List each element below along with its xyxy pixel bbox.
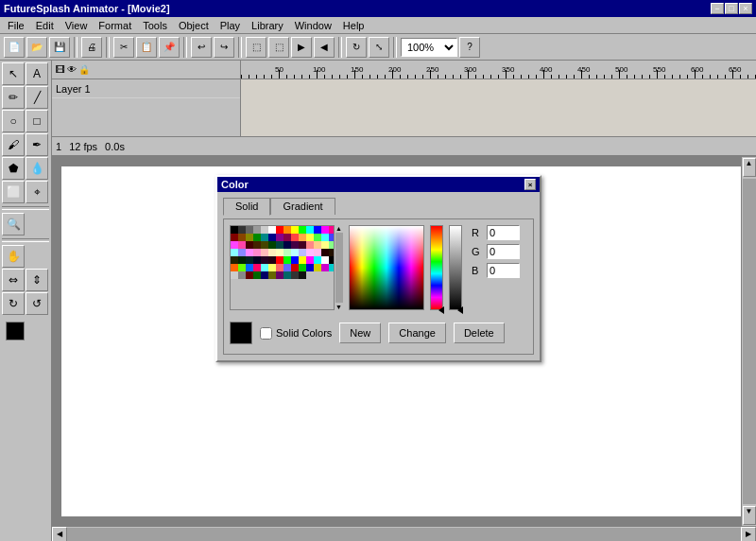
menu-edit[interactable]: Edit (30, 18, 60, 33)
change-button[interactable]: Change (388, 323, 446, 343)
menu-object[interactable]: Object (173, 18, 215, 33)
menu-view[interactable]: View (60, 18, 94, 33)
gray-bar[interactable] (449, 225, 462, 310)
swatch-scroll-down[interactable]: ▼ (335, 304, 342, 310)
rotate-ccw-button[interactable]: ↺ (26, 292, 48, 315)
color-gradient-picker[interactable] (349, 225, 424, 310)
r-input[interactable] (487, 225, 520, 240)
vertical-scrollbar[interactable]: ▲ ▼ (741, 157, 756, 526)
zoom-tool[interactable]: 🔍 (2, 213, 25, 236)
solid-colors-checkbox[interactable] (260, 327, 272, 340)
color-preview (230, 322, 252, 344)
hscroll-track[interactable] (67, 528, 741, 541)
paste-button[interactable]: 📌 (159, 37, 180, 58)
hue-bar[interactable] (430, 225, 443, 310)
tab-solid[interactable]: Solid (223, 198, 270, 216)
b-row: B (472, 263, 520, 278)
toolbar-sep-3 (183, 37, 187, 58)
brush-tool[interactable]: 🖌 (2, 133, 25, 156)
delete-button[interactable]: Delete (454, 323, 505, 343)
toolbar-sep-6 (393, 37, 397, 58)
close-button[interactable]: × (739, 3, 752, 14)
color-dialog[interactable]: Color × Solid Gradient ▲ (215, 175, 541, 362)
swatch-scroll-up[interactable]: ▲ (335, 225, 342, 232)
cut-button[interactable]: ✂ (113, 37, 134, 58)
scroll-up-btn[interactable]: ▲ (743, 158, 756, 177)
menu-tools[interactable]: Tools (137, 18, 173, 33)
rotate-button[interactable]: ↻ (346, 37, 367, 58)
dialog-close-button[interactable]: × (524, 179, 536, 190)
b-input[interactable] (487, 263, 520, 278)
horizontal-scrollbar[interactable]: ◀ ▶ (52, 526, 756, 541)
menu-file[interactable]: File (2, 18, 30, 33)
toolbar-sep-5 (338, 37, 342, 58)
menu-help[interactable]: Help (337, 18, 370, 33)
tool-row-4: 🖌 ✒ (2, 133, 49, 156)
tab-gradient[interactable]: Gradient (270, 198, 335, 215)
g-row: G (472, 244, 520, 259)
open-button[interactable]: 📂 (26, 37, 47, 58)
hand-tool[interactable]: ✋ (2, 245, 25, 268)
arrow-tool[interactable]: ↖ (2, 62, 25, 85)
toolbox: ↖ A ✏ ╱ ○ □ 🖌 ✒ ⬟ 💧 ⬜ ⌖ 🔍 ✋ (0, 61, 52, 541)
maximize-button[interactable]: □ (725, 3, 738, 14)
dialog-bottom: Solid Colors New Change Delete (230, 318, 527, 348)
solid-colors-group: Solid Colors (260, 327, 332, 340)
forward-button[interactable]: ▶ (291, 37, 312, 58)
menu-format[interactable]: Format (93, 18, 137, 33)
pencil-tool[interactable]: ✏ (2, 86, 25, 109)
layer-item[interactable]: Layer 1 (52, 79, 240, 98)
ungroup-button[interactable]: ⬚ (268, 37, 289, 58)
new-button[interactable]: New (339, 323, 381, 343)
copy-button[interactable]: 📋 (136, 37, 157, 58)
tool-row-2: ✏ ╱ (2, 86, 49, 109)
eraser-tool[interactable]: ⬜ (2, 181, 25, 203)
new-button[interactable]: 📄 (4, 37, 25, 58)
lasso-tool[interactable]: ⌖ (26, 181, 48, 203)
swatch-wrapper: ▲ ▼ (230, 225, 343, 310)
swatch-scroll-track[interactable] (335, 233, 343, 303)
layer-name: Layer 1 (56, 83, 91, 95)
rect-tool[interactable]: □ (26, 110, 48, 132)
hue-cursor (438, 306, 444, 314)
fill-tool[interactable]: ⬟ (2, 157, 25, 180)
flip-h-button[interactable]: ⇔ (2, 269, 25, 291)
g-input[interactable] (487, 244, 520, 259)
swatch-scrollbar[interactable]: ▲ ▼ (334, 225, 343, 310)
help-button[interactable]: ? (459, 37, 480, 58)
print-button[interactable]: 🖨 (81, 37, 102, 58)
minimize-button[interactable]: − (711, 3, 724, 14)
ink-tool[interactable]: ✒ (26, 133, 48, 156)
scroll-right-btn[interactable]: ▶ (741, 527, 756, 542)
timeline-frames (241, 79, 756, 136)
line-tool[interactable]: ╱ (26, 86, 48, 109)
zoom-select[interactable]: 100% 50% 200% (401, 38, 457, 57)
text-tool[interactable]: A (26, 62, 48, 85)
flip-v-button[interactable]: ⇕ (26, 269, 48, 291)
save-button[interactable]: 💾 (49, 37, 70, 58)
group-button[interactable]: ⬚ (246, 37, 266, 58)
menu-library[interactable]: Library (246, 18, 289, 33)
rotate-cw-button[interactable]: ↻ (2, 292, 25, 315)
oval-tool[interactable]: ○ (2, 110, 25, 132)
color-picker-area: ▲ ▼ (230, 225, 527, 310)
tool-row-8: ✋ (2, 245, 49, 268)
color-swatch[interactable] (6, 322, 25, 340)
scroll-left-btn[interactable]: ◀ (52, 527, 67, 542)
scale-button[interactable]: ⤡ (369, 37, 389, 58)
menu-window[interactable]: Window (289, 18, 337, 33)
tool-row-1: ↖ A (2, 62, 49, 85)
scroll-track[interactable] (743, 179, 756, 504)
fps-display: 12 fps (69, 141, 97, 152)
scroll-down-btn[interactable]: ▼ (743, 506, 756, 525)
undo-button[interactable]: ↩ (191, 37, 212, 58)
dropper-tool[interactable]: 💧 (26, 157, 48, 180)
swatch-scroll[interactable] (230, 225, 343, 310)
timeline-header: 🎞 👁 🔒 (52, 61, 756, 79)
tool-row-3: ○ □ (2, 110, 49, 132)
toolbar: 📄 📂 💾 🖨 ✂ 📋 📌 ↩ ↪ ⬚ ⬚ ▶ ◀ ↻ ⤡ 100% 50% 2… (0, 34, 756, 61)
menu-play[interactable]: Play (215, 18, 246, 33)
back-button[interactable]: ◀ (314, 37, 335, 58)
toolbar-sep-2 (106, 37, 110, 58)
redo-button[interactable]: ↪ (214, 37, 234, 58)
